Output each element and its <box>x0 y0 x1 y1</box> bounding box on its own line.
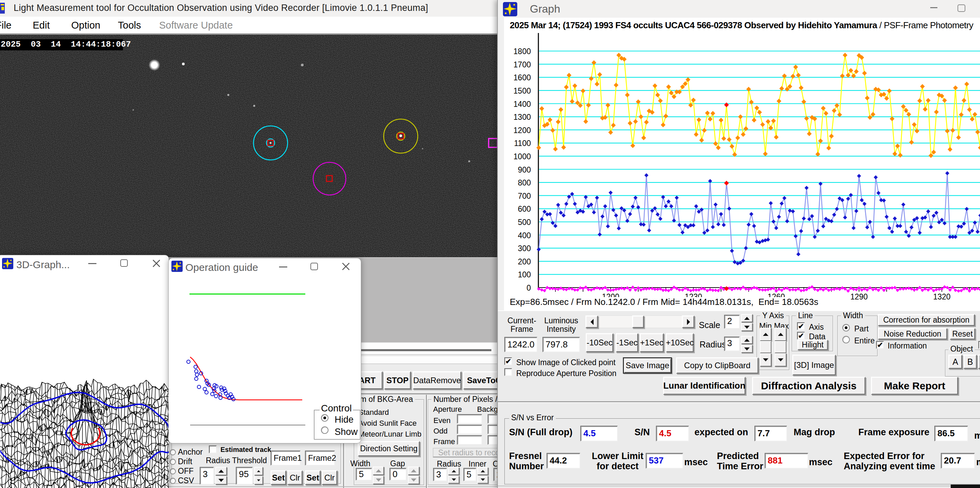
svg-text:600: 600 <box>518 204 531 213</box>
svg-text:1500: 1500 <box>514 86 531 95</box>
svg-text:1000: 1000 <box>514 152 531 161</box>
svg-text:200: 200 <box>518 257 531 266</box>
svg-text:1800: 1800 <box>514 47 531 56</box>
svg-text:1100: 1100 <box>514 139 531 148</box>
svg-text:100: 100 <box>518 270 531 279</box>
svg-text:1700: 1700 <box>514 60 531 69</box>
svg-text:900: 900 <box>518 165 531 174</box>
svg-text:1200: 1200 <box>514 126 531 135</box>
svg-text:1290: 1290 <box>850 292 867 301</box>
svg-text:500: 500 <box>518 218 531 227</box>
svg-text:800: 800 <box>518 178 531 187</box>
svg-text:1320: 1320 <box>933 292 950 301</box>
svg-text:1300: 1300 <box>514 112 531 122</box>
svg-text:300: 300 <box>518 244 531 253</box>
svg-text:700: 700 <box>518 192 531 200</box>
svg-text:400: 400 <box>518 231 531 240</box>
svg-text:0: 0 <box>527 284 531 292</box>
svg-text:1600: 1600 <box>514 73 531 82</box>
svg-text:1400: 1400 <box>514 100 531 109</box>
